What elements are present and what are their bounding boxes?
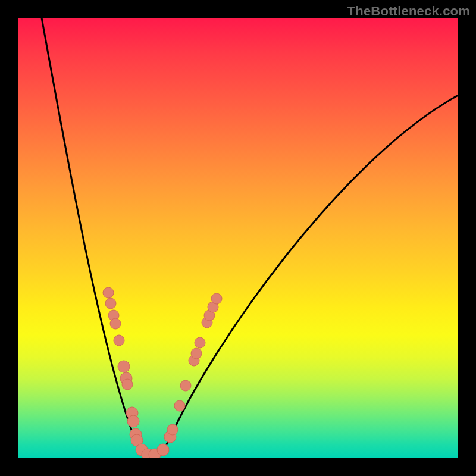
chart-svg <box>18 18 458 458</box>
data-point <box>110 318 121 329</box>
data-point <box>195 337 205 348</box>
data-point <box>157 444 169 456</box>
data-point <box>180 380 191 391</box>
watermark-text: TheBottleneck.com <box>347 4 470 19</box>
bottleneck-curve <box>42 18 458 455</box>
plot-area <box>18 18 458 458</box>
data-point <box>167 424 178 435</box>
data-point <box>103 287 114 298</box>
data-point <box>174 400 185 411</box>
data-point <box>122 379 133 390</box>
data-point <box>105 298 116 309</box>
data-point <box>127 415 139 427</box>
data-point <box>191 348 202 359</box>
data-point <box>211 293 222 304</box>
data-point <box>114 335 124 346</box>
chart-container: TheBottleneck.com <box>0 0 476 476</box>
data-point <box>118 361 130 372</box>
